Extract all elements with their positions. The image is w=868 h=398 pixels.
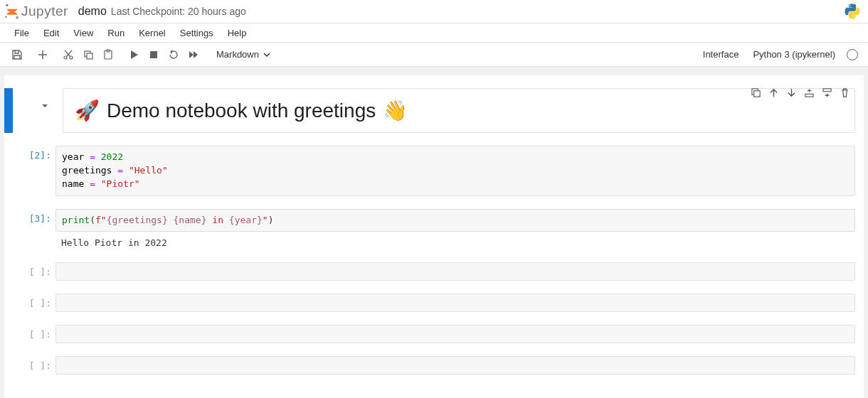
- cell-selection-bar: [4, 262, 13, 281]
- jupyter-planet-icon: [4, 4, 20, 19]
- prompt: [ ]:: [13, 325, 55, 340]
- wave-emoji: 👋: [383, 99, 408, 122]
- move-cell-up-button[interactable]: [768, 87, 779, 100]
- menu-kernel[interactable]: Kernel: [132, 25, 173, 41]
- play-icon: [128, 49, 139, 60]
- menu-edit[interactable]: Edit: [36, 25, 66, 41]
- stop-icon: [148, 49, 159, 60]
- clipboard-icon: [102, 49, 114, 60]
- prompt: [3]:: [13, 209, 55, 224]
- notebook-page: 🚀 Demo notebook with greetings 👋 [2]: ye…: [4, 75, 864, 398]
- paste-button[interactable]: [98, 45, 118, 65]
- insert-cell-above-button[interactable]: [804, 87, 815, 100]
- chevron-down-icon: [40, 101, 50, 111]
- svg-point-0: [6, 4, 8, 6]
- svg-point-6: [70, 56, 73, 59]
- svg-point-4: [854, 16, 855, 18]
- notebook-name[interactable]: demo: [78, 5, 107, 18]
- cell-type-label: Markdown: [216, 49, 259, 60]
- stop-button[interactable]: [144, 45, 164, 65]
- svg-point-1: [16, 16, 18, 19]
- cell-selection-bar: [4, 294, 13, 312]
- restart-icon: [168, 49, 179, 60]
- svg-rect-14: [805, 94, 813, 97]
- run-button[interactable]: [124, 45, 144, 65]
- cut-button[interactable]: [58, 45, 78, 65]
- restart-button[interactable]: [164, 45, 184, 65]
- heading-text: Demo notebook with greetings: [107, 100, 376, 122]
- prompt: [ ]:: [13, 262, 55, 277]
- cell-selection-bar: [4, 356, 13, 375]
- cell-selection-bar: [4, 146, 13, 196]
- save-button[interactable]: [7, 45, 27, 65]
- svg-rect-8: [87, 53, 92, 59]
- kernel-status-indicator[interactable]: [847, 49, 858, 60]
- cell-selection-bar: [4, 88, 13, 133]
- add-cell-button[interactable]: [33, 45, 53, 65]
- collapse-heading-button[interactable]: [40, 101, 50, 113]
- arrow-up-icon: [768, 87, 779, 98]
- fast-forward-icon: [188, 49, 199, 60]
- code-input[interactable]: [55, 294, 855, 312]
- svg-point-3: [850, 5, 851, 6]
- copy-icon: [83, 49, 94, 60]
- menu-run[interactable]: Run: [100, 25, 132, 41]
- jupyter-logo-text: Jupyter: [21, 4, 68, 19]
- move-cell-down-button[interactable]: [786, 87, 797, 100]
- code-input[interactable]: [55, 356, 855, 375]
- cell-markdown[interactable]: 🚀 Demo notebook with greetings 👋: [4, 87, 864, 134]
- insert-below-icon: [822, 87, 832, 98]
- checkpoint-text: Last Checkpoint: 20 hours ago: [111, 6, 246, 17]
- header: Jupyter demo Last Checkpoint: 20 hours a…: [0, 0, 868, 23]
- cell-selection-bar: [4, 325, 13, 343]
- menu-file[interactable]: File: [7, 25, 36, 41]
- rocket-emoji: 🚀: [75, 99, 100, 122]
- menubar: File Edit View Run Kernel Settings Help: [0, 23, 868, 43]
- cell-code[interactable]: [2]: year = 2022 greetings = "Hello" nam…: [4, 144, 864, 198]
- interface-button[interactable]: Interface: [696, 49, 746, 60]
- svg-rect-15: [823, 89, 831, 92]
- kernel-name[interactable]: Python 3 (ipykernel): [746, 49, 842, 60]
- cell-code[interactable]: [ ]:: [4, 292, 864, 313]
- trash-icon: [840, 87, 850, 98]
- collapse-column: [13, 88, 55, 113]
- svg-point-5: [64, 56, 67, 59]
- code-input[interactable]: year = 2022 greetings = "Hello" name = "…: [55, 146, 855, 196]
- prompt: [ ]:: [13, 294, 55, 308]
- scissors-icon: [63, 49, 74, 60]
- copy-button[interactable]: [78, 45, 98, 65]
- cell-code[interactable]: [ ]:: [4, 323, 864, 345]
- code-input[interactable]: [55, 262, 855, 281]
- duplicate-icon: [751, 87, 761, 98]
- code-input[interactable]: print(f"{greetings} {name} in {year}"): [55, 209, 855, 232]
- insert-above-icon: [804, 87, 815, 98]
- run-all-button[interactable]: [184, 45, 203, 65]
- markdown-rendered[interactable]: 🚀 Demo notebook with greetings 👋: [63, 88, 855, 133]
- cell-type-selector[interactable]: Markdown: [212, 48, 275, 61]
- menu-help[interactable]: Help: [221, 25, 254, 41]
- svg-rect-13: [754, 91, 760, 97]
- cell-output: Hello Piotr in 2022: [55, 232, 855, 249]
- cell-toolbar: [751, 87, 850, 100]
- markdown-heading: 🚀 Demo notebook with greetings 👋: [75, 99, 843, 122]
- prompt: [ ]:: [13, 356, 55, 371]
- cell-code[interactable]: [ ]:: [4, 261, 864, 282]
- jupyter-logo[interactable]: Jupyter: [4, 4, 68, 19]
- delete-cell-button[interactable]: [840, 87, 850, 100]
- chevron-down-icon: [263, 50, 271, 59]
- menu-settings[interactable]: Settings: [173, 25, 221, 41]
- cell-selection-bar: [4, 209, 13, 250]
- save-icon: [11, 49, 23, 60]
- insert-cell-below-button[interactable]: [822, 87, 832, 100]
- code-input[interactable]: [55, 325, 855, 343]
- duplicate-cell-button[interactable]: [751, 87, 761, 100]
- svg-rect-11: [150, 51, 157, 58]
- toolbar: Markdown Interface Python 3 (ipykernel): [0, 43, 868, 67]
- prompt: [2]:: [13, 146, 55, 161]
- cell-code[interactable]: [3]: print(f"{greetings} {name} in {year…: [4, 208, 864, 252]
- arrow-down-icon: [786, 87, 797, 98]
- plus-icon: [37, 49, 48, 60]
- menu-view[interactable]: View: [66, 25, 100, 41]
- svg-point-2: [5, 16, 6, 18]
- cell-code[interactable]: [ ]:: [4, 355, 864, 376]
